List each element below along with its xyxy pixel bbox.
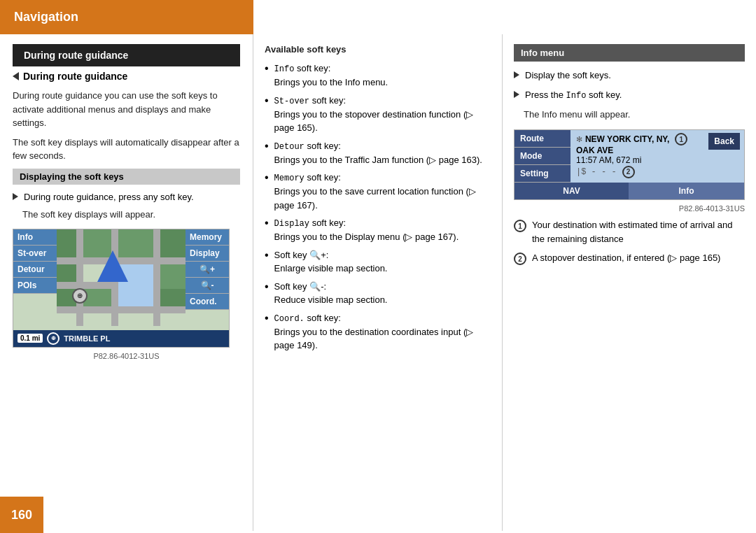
nav-city: NEW YORK CITY, NY, [585,134,669,144]
nav-btn-mode[interactable]: Mode [514,148,570,165]
softkey-item-stover-text: St-over soft key: Brings you to the stop… [274,94,491,135]
softkey-item-info: • Info soft key: Brings you to the Info … [265,62,491,90]
nav-btn-route[interactable]: Route [514,130,570,148]
mono-info: Info [274,64,295,74]
bullet-dot-3: • [265,139,269,152]
nav-panel-route-col: Route Mode Setting [514,130,570,183]
header-title: Navigation [14,10,78,24]
body-text-2: The soft key displays will automatically… [13,136,240,163]
page-header: Navigation [0,0,253,34]
soft-keys-left: Info St-over Detour POIs [13,229,57,347]
num-text-2: A stopover destination, if entered (▷ pa… [532,251,720,265]
bullet-item-1: During route guidance, press any soft ke… [13,190,240,204]
mono-stover: St-over [274,97,309,106]
softkey-item-zoomout-text: Soft key 🔍-: Reduce visible map section. [274,280,388,307]
road-v1 [76,229,83,326]
softkey-zoomin[interactable]: 🔍+ [186,262,229,278]
softkey-item-stover: • St-over soft key: Brings you to the st… [265,94,491,135]
nav-city-line: ✻ NEW YORK CITY, NY, 1 [576,133,699,145]
subsection-title: During route guidance [23,71,127,82]
block-green-1 [57,229,76,257]
nav-map-container: ⊕ Info St-over Detour POIs Memory Displa… [13,229,230,348]
block-dark-4 [160,264,186,289]
displaying-bar: Displaying the soft keys [13,169,240,185]
nav-panel-caption: P82.86-4013-31US [514,204,745,213]
softkey-item-display: • Display soft key: Brings you to the Di… [265,216,491,244]
num-text-1: Your destination with estimated time of … [532,218,745,246]
left-column: During route guidance During route guida… [0,34,253,531]
softkey-zoomout[interactable]: 🔍- [186,278,229,294]
section-title: During route guidance [13,44,240,66]
bullet-dot-5: • [265,216,269,229]
softkey-item-zoomout: • Soft key 🔍-: Reduce visible map sectio… [265,280,491,307]
bullet-dot-8: • [265,311,269,325]
nav-dashes-line: |$ - - - 2 [576,165,699,178]
mono-memory: Memory [274,173,304,183]
bullet-dot-7: • [265,280,269,293]
nav-time: 11:57 AM, 672 mi [576,155,699,165]
nav-arrow [97,250,128,282]
map-distance: 0.1 mi [18,334,43,343]
soft-keys-right: Memory Display 🔍+ 🔍- Coord. [186,229,229,310]
map-caption: P82.86-4012-31US [13,352,240,360]
nav-back-btn[interactable]: Back [708,133,740,150]
page-body: During route guidance During route guida… [0,34,756,531]
softkey-stover[interactable]: St-over [13,246,57,262]
mono-display: Display [274,219,309,229]
nav-bottom-nav[interactable]: NAV [514,183,629,199]
block-green-5 [160,289,186,306]
map-speed-icon: ⊕ [47,332,59,345]
body-text-1: During route guidance you can use the so… [13,89,240,130]
nav-star: ✻ [576,135,582,143]
softkey-display[interactable]: Display [186,246,229,262]
mono-coord: Coord. [274,314,304,324]
bullet-dot-6: • [265,248,269,262]
nav-panel: Route Mode Setting ✻ NEW YORK CITY, NY, … [514,129,745,200]
softkey-coord[interactable]: Coord. [186,294,229,310]
nav-bottom-info[interactable]: Info [629,183,744,199]
nav-circle-1: 1 [675,133,687,145]
softkey-item-coord: • Coord. soft key: Brings you to the des… [265,311,491,353]
num-badge-1: 1 [514,220,526,232]
right-bullet-triangle-1 [514,71,519,78]
block-dark-2 [83,289,111,306]
num-badge-2: 2 [514,253,526,265]
bullet-dot-2: • [265,94,269,107]
softkey-item-coord-text: Coord. soft key: Brings you to the desti… [274,311,491,353]
middle-column: Available soft keys • Info soft key: Bri… [253,34,503,531]
mono-detour: Detour [274,142,304,152]
bullet-dot-4: • [265,171,269,184]
right-bullet-1: Display the soft keys. [514,69,745,83]
softkey-memory[interactable]: Memory [186,229,229,246]
nav-dashes: |$ - - - [576,167,617,177]
available-soft-keys-title: Available soft keys [265,44,491,55]
softkey-item-memory-text: Memory soft key: Brings you to the save … [274,171,491,212]
body-text-3: The soft key displays will appear. [22,208,240,222]
triangle-icon [13,72,19,80]
softkey-detour[interactable]: Detour [13,262,57,278]
softkey-item-detour: • Detour soft key: Brings you to the Tra… [265,139,491,167]
right-column: Info menu Display the soft keys. Press t… [503,34,756,531]
softkey-item-display-text: Display soft key: Brings you to the Disp… [274,216,459,244]
nav-panel-top: Route Mode Setting ✻ NEW YORK CITY, NY, … [514,130,744,183]
right-bullet-triangle-2 [514,91,519,98]
nav-panel-bottom: NAV Info [514,183,744,199]
numbered-item-2: 2 A stopover destination, if entered (▷ … [514,251,745,265]
nav-back-area: Back [704,130,744,183]
map-background: ⊕ Info St-over Detour POIs Memory Displa… [13,229,229,347]
right-bullet-2: Press the Info soft key. [514,88,745,102]
road-v3 [153,229,160,326]
block-green-4 [160,229,186,257]
block-green-2 [57,264,76,282]
nav-circle-marker: ⊕ [72,288,88,304]
softkey-item-info-text: Info soft key: Brings you to the Info me… [274,62,388,90]
right-body-1: The Info menu will appear. [524,108,745,122]
softkey-info[interactable]: Info [13,229,57,246]
right-bullet-text-1: Display the soft keys. [525,69,611,83]
nav-info-area: ✻ NEW YORK CITY, NY, 1 OAK AVE 11:57 AM,… [570,130,704,183]
right-bullet-text-2: Press the Info soft key. [525,88,622,102]
nav-street: OAK AVE [576,145,699,155]
softkey-pois[interactable]: POIs [13,278,57,294]
bullet-text-1: During route guidance, press any soft ke… [24,190,194,204]
nav-btn-setting[interactable]: Setting [514,165,570,183]
